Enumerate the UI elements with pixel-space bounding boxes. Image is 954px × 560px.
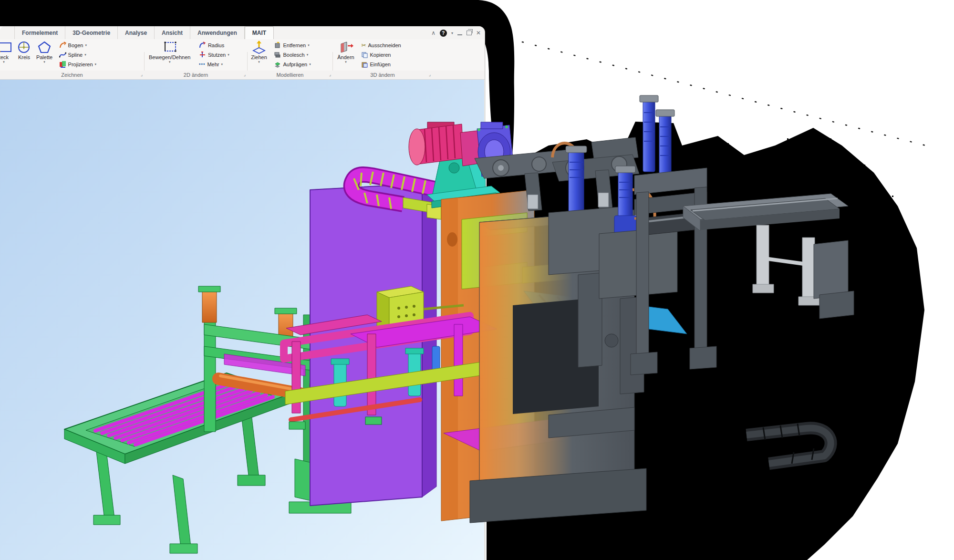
help-icon[interactable]: ? bbox=[440, 30, 447, 37]
dropdown-caret-icon: ▾ bbox=[221, 62, 223, 66]
spline-button[interactable]: Spline ▾ bbox=[58, 50, 97, 59]
circle-icon bbox=[17, 40, 31, 54]
modify-icon bbox=[337, 40, 354, 54]
ziehen-button[interactable]: Ziehen ▾ bbox=[249, 39, 269, 70]
dropdown-caret-icon: ▾ bbox=[95, 62, 97, 66]
palette-label: Palette bbox=[36, 54, 52, 60]
palette-button[interactable]: Palette ▾ bbox=[35, 39, 54, 70]
arc-icon bbox=[59, 41, 66, 49]
radius-label: Radius bbox=[208, 42, 224, 48]
cad-viewport[interactable] bbox=[0, 80, 484, 560]
label-text: Modellieren bbox=[277, 72, 304, 78]
window-controls: ∧ ? ▾ ✕ bbox=[431, 29, 481, 37]
dropdown-caret-icon: ▾ bbox=[43, 60, 45, 63]
collapse-ribbon-icon[interactable]: ∧ bbox=[431, 30, 436, 36]
boolean-icon bbox=[274, 51, 281, 58]
tab-formelement[interactable]: Formelement bbox=[14, 26, 65, 39]
black-machine-mass bbox=[487, 122, 924, 560]
dotted-diagonal-line bbox=[522, 42, 931, 147]
aendern-button[interactable]: Ändern ▾ bbox=[336, 39, 356, 70]
dialog-launcher-icon[interactable]: ⌟ bbox=[429, 72, 431, 77]
restore-icon[interactable] bbox=[467, 31, 472, 35]
scissors-icon: ✂ bbox=[361, 42, 366, 49]
tab-analyse[interactable]: Analyse bbox=[118, 26, 155, 39]
einfuegen-label: Einfügen bbox=[370, 62, 390, 67]
rechteck-button[interactable]: teck ▾ bbox=[0, 39, 13, 70]
group-label-2d-aendern: 2D ändern ⌟ bbox=[145, 71, 247, 79]
remove-icon bbox=[274, 41, 281, 49]
stutzen-button[interactable]: Stutzen ▾ bbox=[198, 50, 230, 59]
pentagon-icon bbox=[37, 40, 52, 54]
zeichnen-column-a: Bogen ▾ Spline ▾ Projizieren ▾ bbox=[58, 39, 97, 69]
group-modellieren: Ziehen ▾ Entfernen ▾ Boolesch ▾ Aufpräge… bbox=[248, 39, 332, 71]
dropdown-caret-icon: ▾ bbox=[3, 60, 5, 63]
tab-mait[interactable]: MAIT bbox=[245, 26, 274, 40]
kreis-label: Kreis bbox=[18, 54, 30, 60]
tab-ansicht[interactable]: Ansicht bbox=[155, 26, 190, 39]
label-text: 3D ändern bbox=[370, 72, 394, 78]
more-dots-icon: ••• bbox=[199, 62, 206, 67]
emboss-icon bbox=[274, 61, 281, 68]
dialog-launcher-icon[interactable]: ⌟ bbox=[141, 72, 143, 77]
dialog-launcher-icon[interactable]: ⌟ bbox=[329, 72, 331, 77]
pull-icon bbox=[251, 40, 267, 54]
minimize-icon[interactable] bbox=[457, 34, 462, 35]
kopieren-button[interactable]: Kopieren bbox=[360, 50, 402, 59]
dropdown-caret-icon: ▾ bbox=[84, 53, 86, 56]
rechteck-label: teck bbox=[0, 54, 9, 60]
aufpraegen-button[interactable]: Aufprägen ▾ bbox=[273, 60, 311, 69]
move-stretch-icon bbox=[161, 40, 178, 54]
bewegen-dehnen-label: Bewegen/Dehnen bbox=[149, 54, 190, 60]
mehr-2d-button[interactable]: ••• Mehr ▾ bbox=[198, 60, 230, 69]
einfuegen-button[interactable]: Einfügen bbox=[360, 60, 402, 69]
cad-app-window: Formelement 3D-Geometrie Analyse Ansicht… bbox=[0, 26, 485, 560]
bogen-label: Bogen bbox=[68, 42, 83, 48]
boolesch-label: Boolesch bbox=[283, 52, 304, 58]
3d-aendern-column-a: ✂ Ausschneiden Kopieren Einfügen bbox=[360, 39, 402, 69]
2d-aendern-column: Radius Stutzen ▾ ••• Mehr ▾ bbox=[198, 39, 230, 69]
group-label-3d-aendern: 3D ändern ⌟ bbox=[333, 71, 432, 79]
dialog-launcher-icon[interactable]: ⌟ bbox=[244, 72, 246, 77]
radius-button[interactable]: Radius bbox=[198, 41, 230, 50]
group-label-zeichnen: Zeichnen ⌟ bbox=[0, 71, 144, 79]
dropdown-caret-icon: ▾ bbox=[308, 43, 310, 47]
bogen-button[interactable]: Bogen ▾ bbox=[58, 41, 97, 50]
group-zeichnen: teck ▾ Kreis Palette ▾ Bogen ▾ bbox=[0, 39, 144, 71]
bewegen-dehnen-button[interactable]: Bewegen/Dehnen ▾ bbox=[147, 39, 192, 70]
projizieren-button[interactable]: Projizieren ▾ bbox=[58, 60, 97, 69]
rectangle-icon bbox=[0, 40, 12, 54]
entfernen-button[interactable]: Entfernen ▾ bbox=[273, 41, 311, 50]
aufpraegen-label: Aufprägen bbox=[283, 62, 307, 67]
group-3d-aendern: Ändern ▾ ✂ Ausschneiden Kopieren Einfüge… bbox=[333, 39, 432, 71]
modellieren-column-a: Entfernen ▾ Boolesch ▾ Aufprägen ▾ bbox=[273, 39, 311, 69]
dropdown-caret-icon: ▾ bbox=[307, 53, 309, 56]
entfernen-label: Entfernen bbox=[283, 42, 306, 48]
aendern-label: Ändern bbox=[337, 54, 354, 60]
label-text: Zeichnen bbox=[61, 72, 83, 78]
spline-icon bbox=[59, 51, 66, 58]
boolesch-button[interactable]: Boolesch ▾ bbox=[273, 50, 311, 59]
tab-3d-geometrie[interactable]: 3D-Geometrie bbox=[65, 26, 118, 39]
ribbon-toolbar: teck ▾ Kreis Palette ▾ Bogen ▾ bbox=[0, 39, 485, 71]
group-label-modellieren: Modellieren ⌟ bbox=[248, 71, 332, 79]
ribbon-tab-bar: Formelement 3D-Geometrie Analyse Ansicht… bbox=[0, 26, 485, 40]
trim-icon bbox=[199, 51, 206, 58]
ausschneiden-label: Ausschneiden bbox=[368, 42, 401, 48]
ausschneiden-button[interactable]: ✂ Ausschneiden bbox=[360, 41, 402, 50]
help-dropdown-caret-icon[interactable]: ▾ bbox=[451, 31, 453, 35]
label-text: 2D ändern bbox=[184, 72, 208, 78]
dropdown-caret-icon: ▾ bbox=[309, 62, 311, 66]
black-column bbox=[487, 21, 514, 186]
close-icon[interactable]: ✕ bbox=[476, 30, 481, 36]
kreis-button[interactable]: Kreis bbox=[15, 39, 32, 70]
mehr-label: Mehr bbox=[207, 62, 219, 67]
dropdown-caret-icon: ▾ bbox=[345, 60, 347, 63]
ziehen-label: Ziehen bbox=[251, 54, 267, 60]
project-icon bbox=[59, 61, 66, 68]
copy-icon bbox=[361, 52, 368, 58]
dropdown-caret-icon: ▾ bbox=[258, 60, 260, 63]
stutzen-label: Stutzen bbox=[208, 52, 226, 58]
kopieren-label: Kopieren bbox=[370, 52, 391, 58]
group-2d-aendern: Bewegen/Dehnen ▾ Radius Stutzen ▾ ••• Me… bbox=[145, 39, 247, 71]
tab-anwendungen[interactable]: Anwendungen bbox=[190, 26, 245, 39]
